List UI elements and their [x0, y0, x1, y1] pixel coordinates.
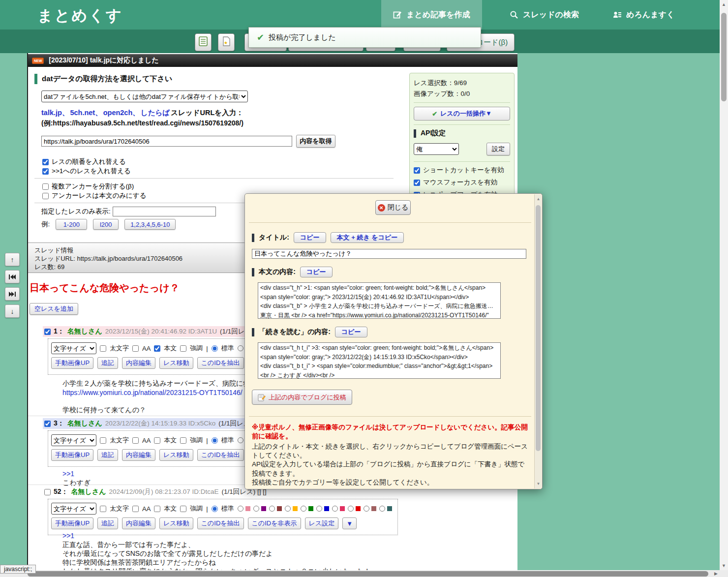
api-config-button[interactable]: 設定	[486, 143, 510, 155]
site-link-open2ch[interactable]: open2ch、	[103, 108, 140, 118]
mouse-focus-checkbox[interactable]	[414, 180, 420, 186]
color-radio[interactable]	[238, 437, 243, 443]
color-radio[interactable]	[238, 345, 243, 351]
reorder-to1-checkbox[interactable]	[42, 168, 49, 175]
hide-id-button[interactable]: このIDを非表示	[248, 517, 301, 529]
color-radio[interactable]	[238, 506, 243, 512]
move-post-button[interactable]: レス移動	[159, 357, 193, 369]
color-radio[interactable]	[253, 506, 259, 512]
color-radio[interactable]	[301, 506, 306, 512]
copy-title-button[interactable]: コピー	[294, 232, 326, 243]
extract-id-button[interactable]: このIDを抽出	[197, 517, 244, 529]
append-button[interactable]: 追記	[97, 357, 118, 369]
emphasis-checkbox[interactable]	[180, 345, 186, 352]
vertical-scrollbar[interactable]: ▲ ▼	[720, 0, 728, 570]
news-bar[interactable]: NEW [2023/07/10] talk.jpに対応しました	[28, 54, 517, 67]
modal-title-input[interactable]	[252, 249, 526, 259]
emphasis-checkbox[interactable]	[180, 437, 186, 444]
nav-create-article[interactable]: まとめ記事を作成	[381, 0, 482, 30]
horizontal-scrollbar-thumb[interactable]	[28, 571, 708, 577]
example-button-1-200[interactable]: 1-200	[56, 219, 87, 230]
favorite-doc-button[interactable]: ★	[218, 33, 235, 51]
close-modal-button[interactable]: ✕ 閉じる	[375, 200, 411, 215]
manual-image-button[interactable]: 手動画像UP	[51, 357, 93, 369]
scroll-right-icon[interactable]: ▶	[714, 571, 718, 576]
color-radio[interactable]	[332, 506, 338, 512]
copy-read-more-button[interactable]: コピー	[335, 327, 367, 337]
api-profile-select[interactable]: 俺	[414, 143, 459, 155]
move-post-button[interactable]: レス移動	[159, 517, 193, 529]
font-size-select[interactable]: 文字サイズ	[51, 342, 96, 354]
post-body-link[interactable]: https://www.yomiuri.co.jp/national/20231…	[62, 388, 243, 397]
append-button[interactable]: 追記	[97, 449, 118, 461]
split-anchor-checkbox[interactable]	[42, 183, 49, 190]
nav-account[interactable]: めろんますく	[601, 0, 686, 30]
post-author[interactable]: 名無しさん	[67, 419, 102, 428]
dropdown-button[interactable]: ▼	[342, 517, 357, 529]
move-post-button[interactable]: レス移動	[159, 449, 193, 461]
font-size-select[interactable]: 文字サイズ	[51, 434, 96, 446]
reorder-checkbox[interactable]	[42, 159, 49, 165]
post-select-checkbox[interactable]	[44, 421, 51, 427]
font-size-select[interactable]: 文字サイズ	[51, 503, 96, 515]
scroll-up-icon[interactable]: ▲	[722, 2, 726, 7]
dat-method-select[interactable]: datファイルを5ch.net、もしくは他のdatファイル保存サイトから取得する	[41, 91, 248, 102]
post-select-checkbox[interactable]	[44, 489, 51, 495]
app-logo[interactable]: まとめくす	[37, 5, 123, 26]
body-checkbox[interactable]	[154, 345, 160, 352]
standard-color-radio[interactable]	[212, 506, 218, 512]
standard-color-radio[interactable]	[212, 437, 218, 444]
example-button-l200[interactable]: l200	[93, 219, 119, 230]
body-checkbox[interactable]	[154, 437, 160, 444]
fetch-content-button[interactable]: 内容を取得	[296, 135, 335, 148]
scroll-top-button[interactable]: ↑	[5, 253, 20, 266]
skip-first-button[interactable]	[5, 270, 20, 283]
body-checkbox[interactable]	[154, 506, 160, 512]
scroll-down-icon[interactable]: ▼	[535, 482, 542, 486]
post-author[interactable]: 名無しさん	[71, 487, 106, 496]
bold-checkbox[interactable]	[100, 506, 106, 512]
bold-checkbox[interactable]	[100, 345, 106, 352]
anchor-body-only-checkbox[interactable]	[42, 193, 49, 199]
color-radio[interactable]	[348, 506, 354, 512]
edit-content-button[interactable]: 内容編集	[122, 357, 155, 369]
aa-checkbox[interactable]	[132, 437, 139, 444]
color-radio[interactable]	[364, 506, 369, 512]
copy-body-button[interactable]: コピー	[300, 267, 333, 277]
edit-content-button[interactable]: 内容編集	[122, 449, 155, 461]
horizontal-scrollbar[interactable]: ▶	[0, 570, 720, 577]
append-button[interactable]: 追記	[97, 517, 118, 529]
scroll-down-icon[interactable]: ▼	[722, 563, 726, 568]
list-tool-button[interactable]	[195, 33, 212, 51]
aa-checkbox[interactable]	[132, 345, 139, 352]
vertical-scrollbar-thumb[interactable]	[721, 13, 727, 101]
shortcut-checkbox[interactable]	[414, 167, 420, 174]
site-link-talkjp[interactable]: talk.jp、	[41, 108, 69, 118]
color-radio[interactable]	[316, 506, 322, 512]
skip-last-button[interactable]	[5, 287, 20, 301]
scroll-up-icon[interactable]: ▲	[535, 197, 542, 201]
post-to-blog-button[interactable]: 上記の内容でブログに投稿	[252, 390, 352, 405]
bold-checkbox[interactable]	[100, 437, 106, 444]
color-radio[interactable]	[379, 506, 385, 512]
manual-image-button[interactable]: 手動画像UP	[51, 517, 93, 529]
body-content-textarea[interactable]: <div class="t_h" >1: <span style="color:…	[258, 282, 501, 319]
post-settings-button[interactable]: レス設定	[305, 517, 339, 529]
color-radio[interactable]	[269, 506, 275, 512]
standard-color-radio[interactable]	[212, 345, 218, 352]
thread-url-input[interactable]	[41, 136, 292, 147]
post-author[interactable]: 名無しさん	[67, 327, 102, 336]
modal-scrollbar[interactable]: ▲ ▼	[534, 194, 542, 488]
extract-id-button[interactable]: このIDを抽出	[197, 449, 244, 461]
read-more-textarea[interactable]: <div class="t_h t_i" >3: <span style="co…	[258, 342, 501, 379]
modal-scrollbar-thumb[interactable]	[536, 205, 541, 451]
post-anchor[interactable]: >>1	[62, 531, 74, 540]
edit-content-button[interactable]: 内容編集	[122, 517, 155, 529]
bulk-operation-button[interactable]: ✔ レスの一括操作▼	[414, 107, 510, 121]
nav-thread-search[interactable]: スレッドの検索	[498, 0, 591, 30]
add-empty-post-button[interactable]: 空レスを追加	[30, 303, 78, 315]
example-button-list[interactable]: 1,2,3,4,5,6-10	[124, 219, 176, 230]
post-anchor[interactable]: >>1	[62, 469, 74, 478]
filter-input[interactable]	[113, 207, 216, 216]
aa-checkbox[interactable]	[132, 506, 139, 512]
